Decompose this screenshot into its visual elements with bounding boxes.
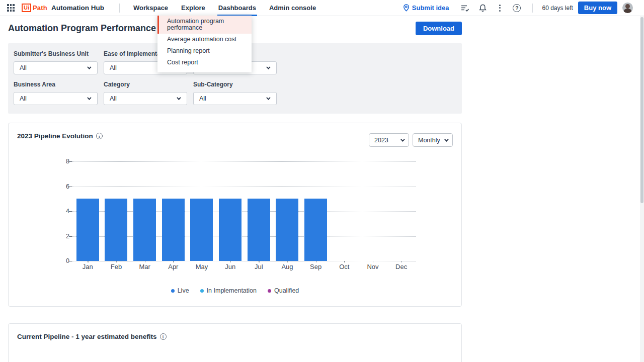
bar-live-jan[interactable] xyxy=(76,199,99,261)
product-name: Automation Hub xyxy=(51,4,104,12)
page-scrollbar-thumb[interactable] xyxy=(640,17,643,203)
x-axis-label: Jun xyxy=(225,263,235,270)
legend-item-in-implementation[interactable]: In Implementation xyxy=(200,287,257,294)
filter-label: Sub-Category xyxy=(193,81,277,87)
nav-admin-console[interactable]: Admin console xyxy=(268,0,317,16)
x-axis-label: Jan xyxy=(83,263,93,270)
apps-grid-icon[interactable] xyxy=(7,4,15,12)
chevron-down-icon xyxy=(400,137,405,141)
x-axis-label: Aug xyxy=(281,263,293,270)
bar-slot xyxy=(159,161,188,261)
dashboards-dropdown-menu: Automation program performance Average a… xyxy=(157,16,252,72)
x-axis-label: Apr xyxy=(168,263,178,270)
menu-item-cost-report[interactable]: Cost report xyxy=(157,57,252,68)
menu-item-planning-report[interactable]: Planning report xyxy=(157,45,252,57)
y-tick xyxy=(69,211,72,212)
x-tick xyxy=(401,261,402,262)
x-tick xyxy=(88,261,88,262)
filter-label: Submitter's Business Unit xyxy=(14,50,98,57)
x-tick xyxy=(259,261,259,262)
bar-live-may[interactable] xyxy=(190,199,213,261)
legend-dot xyxy=(268,289,271,293)
info-icon[interactable]: i xyxy=(160,333,167,340)
x-axis-label: Sep xyxy=(310,263,321,270)
filter-select-submitters-business-unit[interactable]: All xyxy=(14,61,98,74)
header-divider xyxy=(119,4,120,13)
bar-slot xyxy=(330,161,359,261)
x-axis-label: May xyxy=(196,263,208,270)
interval-select[interactable]: Monthly xyxy=(413,133,453,147)
help-icon-glyph: ? xyxy=(513,4,521,12)
filter-select-category[interactable]: All xyxy=(104,92,187,105)
interval-select-value: Monthly xyxy=(418,137,440,144)
filter-select-business-area[interactable]: All xyxy=(14,92,98,105)
x-axis-label: Feb xyxy=(111,263,122,270)
top-bar: Ui Path Automation Hub Workspace Explore… xyxy=(0,0,644,16)
gridline xyxy=(73,261,416,261)
x-axis-label: Mar xyxy=(139,263,150,270)
more-options-kebab-icon[interactable] xyxy=(493,1,507,15)
bar-slot xyxy=(188,161,216,261)
bar-live-mar[interactable] xyxy=(133,199,156,261)
y-tick-label: 4 xyxy=(66,208,69,215)
bar-live-aug[interactable] xyxy=(276,199,298,261)
x-tick xyxy=(202,261,202,262)
buy-now-button[interactable]: Buy now xyxy=(578,2,617,14)
x-axis-label: Dec xyxy=(395,263,407,270)
filter-value: All xyxy=(20,95,27,102)
filter-select-sub-category[interactable]: All xyxy=(193,92,277,105)
bar-live-jun[interactable] xyxy=(219,199,242,261)
x-tick xyxy=(173,261,174,262)
nav-dashboards[interactable]: Dashboards xyxy=(217,0,257,16)
chevron-down-icon xyxy=(266,96,270,100)
menu-item-average-automation-cost[interactable]: Average automation cost xyxy=(157,34,252,45)
pipeline-evolution-card: 2023 Pipeline Evolution i 2023 Monthly 0… xyxy=(8,123,462,307)
bar-live-sep[interactable] xyxy=(304,199,327,261)
pipeline-plot[interactable]: 02468JanFebMarAprMayJunJulAugSepOctNovDe… xyxy=(73,161,416,261)
filter-value: All xyxy=(199,95,206,102)
y-tick xyxy=(69,236,72,237)
chevron-down-icon xyxy=(177,96,181,100)
legend-item-live[interactable]: Live xyxy=(171,287,189,294)
page-scrollbar[interactable] xyxy=(640,16,644,362)
filter-submitters-business-unit: Submitter's Business Unit All xyxy=(14,50,98,74)
bar-slot xyxy=(102,161,131,261)
bar-slot xyxy=(301,161,330,261)
nav-explore[interactable]: Explore xyxy=(180,0,206,16)
activity-list-icon[interactable] xyxy=(458,1,472,15)
x-axis-label: Jul xyxy=(255,263,263,270)
x-axis-label: Nov xyxy=(367,263,378,270)
pipeline-legend: LiveIn ImplementationQualified xyxy=(9,287,461,294)
filter-label: Category xyxy=(104,81,187,87)
download-button[interactable]: Download xyxy=(416,22,462,35)
estimated-benefits-card: Current Pipeline - 1 year estimated bene… xyxy=(8,323,462,362)
bar-live-jul[interactable] xyxy=(248,199,270,261)
header-divider-2 xyxy=(532,4,533,13)
chevron-down-icon xyxy=(87,96,91,100)
submit-idea-button[interactable]: Submit idea xyxy=(403,4,449,12)
y-tick xyxy=(69,261,72,261)
bar-live-feb[interactable] xyxy=(105,199,127,261)
y-tick-label: 2 xyxy=(66,233,69,240)
x-tick xyxy=(373,261,373,262)
uipath-logo[interactable]: Ui Path xyxy=(22,4,47,12)
filter-value: All xyxy=(20,64,27,71)
nav-workspace[interactable]: Workspace xyxy=(132,0,169,16)
notifications-bell-icon[interactable] xyxy=(475,1,490,15)
chevron-down-icon xyxy=(444,137,448,141)
legend-item-qualified[interactable]: Qualified xyxy=(268,287,299,294)
bar-live-apr[interactable] xyxy=(162,199,185,261)
info-icon[interactable]: i xyxy=(96,133,103,139)
bar-slot xyxy=(359,161,387,261)
help-icon[interactable]: ? xyxy=(510,1,524,15)
pipeline-card-title: 2023 Pipeline Evolution xyxy=(17,132,93,140)
x-tick xyxy=(230,261,231,262)
bar-slot xyxy=(273,161,302,261)
x-tick xyxy=(287,261,288,262)
filter-value: All xyxy=(110,95,117,102)
menu-item-automation-program-performance[interactable]: Automation program performance xyxy=(157,16,252,34)
year-select[interactable]: 2023 xyxy=(369,133,409,147)
bar-slot xyxy=(73,161,102,261)
user-avatar[interactable] xyxy=(622,3,633,13)
y-tick xyxy=(69,187,72,187)
